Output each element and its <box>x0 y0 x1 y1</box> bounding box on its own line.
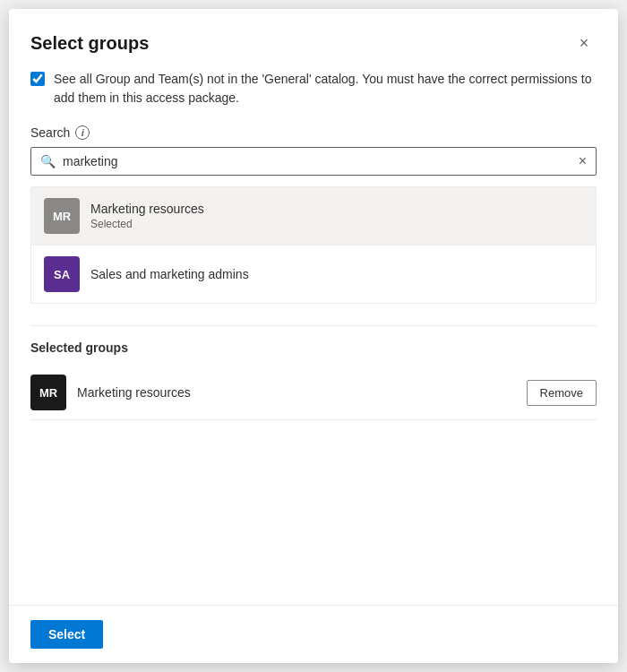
remove-button-0[interactable]: Remove <box>527 380 597 406</box>
result-name-0: Marketing resources <box>90 202 204 216</box>
result-item-sales-marketing-admins[interactable]: SA Sales and marketing admins <box>31 246 596 303</box>
see-all-checkbox-row: See all Group and Team(s) not in the 'Ge… <box>30 70 597 108</box>
see-all-checkbox[interactable] <box>30 72 45 86</box>
selected-groups-section: Selected groups MR Marketing resources R… <box>30 325 597 420</box>
divider <box>30 325 597 326</box>
avatar-sa-purple: SA <box>44 256 80 292</box>
dialog-title: Select groups <box>30 33 149 54</box>
result-item-marketing-resources[interactable]: MR Marketing resources Selected <box>31 187 596 246</box>
search-icon: 🔍 <box>40 154 56 168</box>
select-groups-dialog: Select groups × See all Group and Team(s… <box>9 9 618 663</box>
selected-group-item-0: MR Marketing resources Remove <box>30 366 597 420</box>
dialog-footer: Select <box>9 605 618 663</box>
search-section: Search i 🔍 × <box>30 125 597 176</box>
selected-group-name-0: Marketing resources <box>77 385 516 400</box>
search-results-list: MR Marketing resources Selected SA Sales… <box>30 186 597 304</box>
result-name-1: Sales and marketing admins <box>90 267 249 281</box>
search-clear-button[interactable]: × <box>579 153 587 169</box>
result-status-0: Selected <box>90 218 204 230</box>
search-input[interactable] <box>63 154 579 168</box>
see-all-checkbox-wrap[interactable] <box>30 72 45 90</box>
search-input-wrap: 🔍 × <box>30 147 597 176</box>
search-label: Search <box>30 125 70 140</box>
dialog-header: Select groups × <box>9 9 618 70</box>
see-all-label: See all Group and Team(s) not in the 'Ge… <box>54 70 597 108</box>
info-icon[interactable]: i <box>75 125 90 140</box>
selected-groups-title: Selected groups <box>30 340 597 355</box>
result-text-wrap-1: Sales and marketing admins <box>90 267 249 281</box>
avatar-mr-gray: MR <box>44 198 80 234</box>
result-text-wrap-0: Marketing resources Selected <box>90 202 204 230</box>
avatar-mr-black: MR <box>30 375 66 410</box>
close-button[interactable]: × <box>571 30 597 56</box>
dialog-body: See all Group and Team(s) not in the 'Ge… <box>9 70 618 605</box>
select-button[interactable]: Select <box>30 620 103 649</box>
search-label-row: Search i <box>30 125 597 140</box>
